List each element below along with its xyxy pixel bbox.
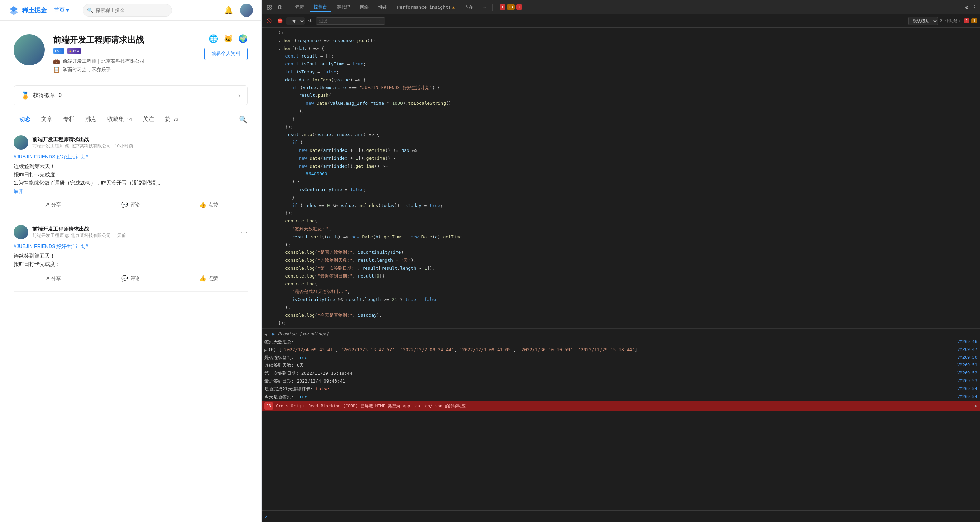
post-expand-button[interactable]: 展开 xyxy=(14,188,248,194)
post-content: 连续签到第五天！报昨日打卡完成度： xyxy=(14,252,248,268)
devtools-gear-icon[interactable]: ⚙ xyxy=(965,4,968,10)
dt-tab-elements[interactable]: 元素 xyxy=(291,3,308,12)
tab-trends[interactable]: 动态 xyxy=(14,111,36,128)
job-row: 💼 前端开发工程师｜北京某科技有限公司 xyxy=(53,58,196,64)
expand-triangle-icon[interactable]: ◀ xyxy=(264,332,267,338)
bell-icon[interactable]: 🔔 xyxy=(224,6,233,15)
edit-profile-button[interactable]: 编辑个人资料 xyxy=(204,48,248,60)
code-line: new Date(value.msg_Info.mtime * 1000).to… xyxy=(262,100,980,107)
source-link[interactable]: VM269:53 xyxy=(957,378,977,384)
comment-button[interactable]: 💬 评论 xyxy=(92,272,169,285)
devtools-more-icon[interactable]: ⋮ xyxy=(972,4,977,10)
code-line: const result = []; xyxy=(262,53,980,60)
source-link[interactable]: VM269:52 xyxy=(957,370,977,376)
error-count-badge: 1 xyxy=(500,5,506,10)
expand-triangle-icon[interactable]: ▶ xyxy=(264,347,267,353)
code-line: if (value.theme.name === "JUEJIN FRIENDS… xyxy=(262,84,980,92)
search-bar[interactable]: 🔍 xyxy=(83,4,172,16)
bio-icon: 📋 xyxy=(53,67,60,73)
nav-home[interactable]: 首页 ▾ xyxy=(54,6,69,14)
code-line: }); xyxy=(262,319,980,327)
source-link[interactable]: VM269:50 xyxy=(957,354,977,361)
eye-icon[interactable]: 👁 xyxy=(308,18,313,24)
post-more-button[interactable]: ⋯ xyxy=(241,138,248,147)
search-input[interactable] xyxy=(96,8,168,13)
inspect-icon-btn[interactable] xyxy=(264,2,274,12)
website-icon[interactable]: 🌍 xyxy=(238,35,248,43)
code-line: console.log( xyxy=(262,217,980,225)
devtools-topbar: 元素 控制台 源代码 网络 性能 Performance insights ▲ … xyxy=(262,0,980,14)
dt-tab-performance[interactable]: 性能 xyxy=(374,3,391,12)
code-line: 86400000 xyxy=(262,170,980,178)
console-input-bar: › xyxy=(262,510,980,522)
console-settings-btn[interactable]: ⛔ xyxy=(275,16,285,25)
badge-jy4: ♦ JY.4 xyxy=(67,48,81,54)
juejin-logo-icon xyxy=(8,5,19,16)
post-actions: ↗ 分享 💬 评论 👍 点赞 xyxy=(14,272,248,285)
level-select[interactable]: 默认级别 xyxy=(908,17,938,25)
error-bar: 13 Cross-Origin Read Blocking (CORB) 已屏蔽… xyxy=(262,401,980,411)
issues-error-badge: 1 xyxy=(964,18,970,24)
code-line: console.log( xyxy=(262,280,980,288)
post-author: 前端开发工程师请求出战 xyxy=(32,226,237,232)
source-link[interactable]: VM269:54 xyxy=(957,393,977,400)
share-icon: ↗ xyxy=(45,201,49,208)
warn-count-badge: 13 xyxy=(507,5,515,10)
header: 稀土掘金 首页 ▾ 🔍 🔔 xyxy=(0,0,261,21)
github-icon[interactable]: 🐱 xyxy=(223,35,233,43)
like-button[interactable]: 👍 点赞 xyxy=(170,272,248,285)
achievement-bar[interactable]: 🏅 获得徽章 0 › xyxy=(14,85,248,105)
source-link[interactable]: VM269:46 xyxy=(957,339,977,345)
console-prompt-icon: › xyxy=(264,514,267,519)
dt-tab-memory[interactable]: 内存 xyxy=(460,3,477,12)
error-expand-icon[interactable]: ▶ xyxy=(975,403,977,409)
code-line: .then((data) => { xyxy=(262,45,980,53)
error-message: Cross-Origin Read Blocking (CORB) 已屏蔽 MI… xyxy=(276,403,972,409)
code-line: isContinuityTime && result.length >= 21 … xyxy=(262,296,980,304)
code-line: console.log("今天是否签到:", isToday); xyxy=(262,312,980,320)
tab-search-icon[interactable]: 🔍 xyxy=(239,115,248,124)
user-avatar[interactable] xyxy=(240,4,253,17)
bio-row: 📋 学而时习之，不亦乐乎 xyxy=(53,67,196,73)
tab-follows[interactable]: 关注 xyxy=(137,111,159,128)
dt-tab-more[interactable]: » xyxy=(479,3,490,11)
tab-articles[interactable]: 文章 xyxy=(36,111,58,128)
source-link[interactable]: VM269:54 xyxy=(957,386,977,392)
tab-likes[interactable]: 赞 73 xyxy=(159,111,184,128)
source-link[interactable]: VM269:51 xyxy=(957,362,977,368)
dt-tab-performance-insights[interactable]: Performance insights ▲ xyxy=(393,3,459,11)
console-toolbar: 🚫 ⛔ top 👁 默认级别 2 个问题： 1 1 xyxy=(262,14,980,27)
achievement-left: 🏅 获得徽章 0 xyxy=(21,91,62,100)
dt-tab-console[interactable]: 控制台 xyxy=(310,2,331,12)
tab-pins[interactable]: 沸点 xyxy=(80,111,102,128)
tab-collections[interactable]: 收藏集 14 xyxy=(102,111,137,128)
post-submeta: 前端开发工程师 @ 北京某科技有限公司 · 1天前 xyxy=(32,232,237,239)
achievement-arrow-icon: › xyxy=(238,92,240,99)
source-link[interactable]: VM269:47 xyxy=(957,346,977,353)
code-line: ) { xyxy=(262,178,980,186)
code-line: result.push( xyxy=(262,92,980,100)
comment-button[interactable]: 💬 评论 xyxy=(92,199,169,211)
console-input-field[interactable] xyxy=(269,514,977,519)
code-line: result.sort((a, b) => new Date(b).getTim… xyxy=(262,233,980,241)
clear-console-btn[interactable]: 🚫 xyxy=(264,16,274,25)
code-line: new Date(arr[index + 1]).getTime() != Na… xyxy=(262,147,980,154)
post-more-button[interactable]: ⋯ xyxy=(241,228,248,236)
code-line: result.map((value, index, arr) => { xyxy=(262,131,980,139)
post-tag[interactable]: #JUEJIN FRIENDS 好好生活计划# xyxy=(14,243,248,250)
weibo-icon[interactable]: 🌐 xyxy=(209,35,218,43)
like-button[interactable]: 👍 点赞 xyxy=(170,199,248,211)
code-line: }); xyxy=(262,123,980,131)
context-select[interactable]: top xyxy=(286,17,305,25)
dt-tab-sources[interactable]: 源代码 xyxy=(332,3,354,12)
comment-icon: 💬 xyxy=(121,201,128,208)
dt-tab-network[interactable]: 网络 xyxy=(356,3,373,12)
post-actions: ↗ 分享 💬 评论 👍 点赞 xyxy=(14,199,248,211)
share-button[interactable]: ↗ 分享 xyxy=(14,199,92,211)
share-button[interactable]: ↗ 分享 xyxy=(14,272,92,285)
tab-columns[interactable]: 专栏 xyxy=(58,111,80,128)
post-tag[interactable]: #JUEJIN FRIENDS 好好生活计划# xyxy=(14,154,248,160)
device-toggle-btn[interactable] xyxy=(275,2,285,12)
left-panel: 稀土掘金 首页 ▾ 🔍 🔔 前端开发工程师请求出战 LV.2 xyxy=(0,0,262,522)
filter-input[interactable] xyxy=(316,17,385,25)
